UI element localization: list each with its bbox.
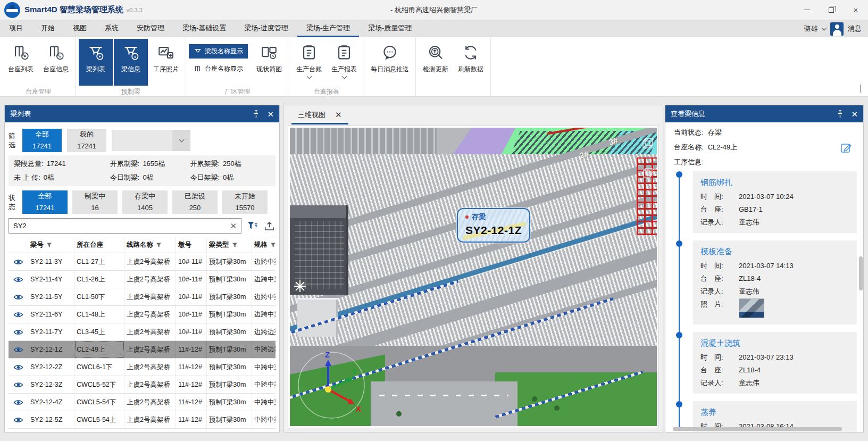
table-row-2[interactable]: SY2-11-5YCL1-50下上虞2号高架桥10#-11#预制T梁30m边跨中…: [9, 288, 276, 306]
process-photo-thumbnail[interactable]: [739, 298, 764, 318]
status-button-4[interactable]: 未开始15570: [222, 190, 268, 214]
zoom-extents-icon[interactable]: [641, 166, 655, 181]
view-beam-icon[interactable]: [9, 271, 28, 288]
menu-item-5[interactable]: 梁场-基础设置: [173, 20, 235, 37]
production-ledger-button[interactable]: 生产台账: [292, 39, 326, 86]
pedestal-name-value: CL2-49上: [708, 143, 738, 152]
pedestal-info-button[interactable]: 台座信息: [39, 39, 73, 86]
daily-push-button[interactable]: 每日消息推送: [367, 39, 413, 86]
table-row-5[interactable]: SY2-12-1ZCL2-49上上虞2号高架桥11#-12#预制T梁30m中跨边…: [9, 341, 276, 359]
menu-item-4[interactable]: 安防管理: [128, 20, 173, 37]
messages-button[interactable]: 消息: [848, 24, 862, 34]
view-beam-icon[interactable]: [9, 306, 28, 323]
view-beam-icon[interactable]: [9, 411, 28, 428]
edit-pedestal-button[interactable]: [840, 142, 854, 155]
column-filter-icon[interactable]: [232, 242, 238, 248]
close-tab-icon[interactable]: ✕: [335, 110, 342, 120]
filter-funnel-button[interactable]: [246, 220, 258, 232]
cell: 上虞2号高架桥: [124, 271, 176, 288]
menu-item-1[interactable]: 开始: [32, 20, 64, 37]
refresh-data-button[interactable]: 刷新数据: [454, 39, 488, 86]
pin-icon[interactable]: [837, 110, 844, 118]
pedestal-list-button[interactable]: 台座列表: [4, 39, 38, 86]
column-header-3[interactable]: 墩号: [176, 237, 207, 253]
beam-info-button[interactable]: 梁信息: [114, 39, 148, 86]
column-header-4[interactable]: 梁类型: [207, 237, 252, 253]
cell: 11#-12#: [176, 376, 207, 393]
table-row-1[interactable]: SY2-11-4YCL1-26上上虞2号高架桥10#-11#预制T梁30m边跨中…: [9, 271, 276, 288]
view-beam-icon[interactable]: [9, 288, 28, 305]
menu-item-7[interactable]: 梁场-生产管理: [297, 20, 359, 37]
status-button-1[interactable]: 制梁中16: [72, 190, 118, 214]
column-header-2[interactable]: 线路名称: [124, 237, 176, 253]
production-report-button[interactable]: 生产报表: [327, 39, 361, 86]
cell: 上虞2号高架桥: [124, 411, 176, 428]
process-card[interactable]: 钢筋绑扎时 间:2021-03-07 10:24台 座:GB17-1记录人:童志…: [693, 171, 857, 233]
tab-3d-view[interactable]: 三维视图 ✕: [294, 105, 346, 124]
table-row-3[interactable]: SY2-11-6YCL1-48上上虞2号高架桥10#-11#预制T梁30m边跨中…: [9, 306, 276, 323]
chevron-down-icon: [306, 74, 312, 79]
table-row-4[interactable]: SY2-11-7YCL3-45上上虞2号高架桥10#-11#预制T梁30m边跨边…: [9, 323, 276, 341]
filter-button-1[interactable]: 我的17241: [67, 129, 106, 152]
status-button-0[interactable]: 全部17241: [22, 190, 68, 214]
search-input[interactable]: [13, 222, 230, 230]
process-field: 时 间:2021-03-07 23:13: [700, 353, 850, 362]
status-button-3[interactable]: 已架设250: [172, 190, 218, 214]
pedestal-name-display-toggle[interactable]: 台座名称显示: [189, 62, 248, 76]
menu-item-8[interactable]: 梁场-质量管理: [359, 20, 421, 37]
user-avatar[interactable]: [830, 22, 844, 36]
close-panel-icon[interactable]: ✕: [851, 110, 858, 118]
status-button-2[interactable]: 存梁中1405: [122, 190, 168, 214]
scene-parking: [371, 381, 518, 426]
table-row-9[interactable]: SY2-12-5ZCWCL5-54上上虞2号高架桥11#-12#预制T梁30m中…: [9, 411, 276, 429]
filter-button-0[interactable]: 全部17241: [22, 129, 62, 152]
column-header-0[interactable]: 梁号: [28, 237, 74, 253]
minimize-button[interactable]: [795, 0, 819, 20]
cell: 边跨中梁简变连: [252, 288, 276, 305]
view-beam-icon[interactable]: [9, 359, 28, 376]
check-update-button[interactable]: 检测更新: [419, 39, 453, 86]
filter-dropdown[interactable]: [112, 130, 190, 151]
status-sketch-button[interactable]: 现状简图: [252, 39, 286, 86]
column-filter-icon[interactable]: [156, 242, 162, 248]
ribbon-collapse-button[interactable]: [860, 85, 861, 92]
user-name[interactable]: 骆雄: [804, 24, 818, 34]
menu-item-2[interactable]: 视图: [64, 20, 96, 37]
horizontal-scrollbar[interactable]: [673, 427, 842, 431]
process-field: 台 座:ZL18-4: [700, 365, 850, 375]
viewcube-icon[interactable]: [641, 137, 655, 152]
user-chevron-down-icon[interactable]: [822, 26, 827, 31]
process-photo-button[interactable]: 工序照片: [149, 39, 183, 86]
view-beam-icon[interactable]: [9, 253, 28, 270]
column-filter-icon[interactable]: [46, 242, 52, 248]
view-beam-icon[interactable]: [9, 323, 28, 340]
menu-item-6[interactable]: 梁场-进度管理: [235, 20, 297, 37]
close-panel-icon[interactable]: ✕: [267, 110, 274, 118]
scene-tree: [554, 405, 560, 411]
export-button[interactable]: [263, 220, 276, 232]
segment-name-display-toggle[interactable]: 梁段名称显示: [189, 44, 248, 59]
column-header-5[interactable]: 规格: [252, 237, 276, 253]
process-card[interactable]: 模板准备时 间:2021-03-07 14:13台 座:ZL18-4记录人:童志…: [693, 240, 857, 324]
table-row-7[interactable]: SY2-12-3ZCWCL5-52下上虞2号高架桥11#-12#预制T梁30m中…: [9, 376, 276, 394]
beam-list-button[interactable]: 梁列表: [79, 39, 113, 86]
table-row-6[interactable]: SY2-12-2ZCWCL6-1下上虞2号高架桥11#-12#预制T梁30m中跨…: [9, 359, 276, 376]
3d-viewport[interactable]: 2#3# 存梁 SY2-12-1Z: [288, 126, 659, 428]
view-beam-icon[interactable]: [9, 394, 28, 411]
restore-button[interactable]: [819, 0, 844, 20]
column-header-1[interactable]: 所在台座: [74, 237, 124, 253]
column-filter-icon[interactable]: [270, 242, 276, 248]
table-row-0[interactable]: SY2-11-3YCL1-27上上虞2号高架桥10#-11#预制T梁30m边跨中…: [9, 253, 276, 271]
close-button[interactable]: ×: [844, 0, 868, 20]
beam-callout[interactable]: 存梁 SY2-12-1Z: [457, 208, 530, 243]
pin-icon[interactable]: [253, 110, 260, 118]
view-beam-icon[interactable]: [9, 376, 28, 393]
vertical-scrollbar[interactable]: [859, 256, 863, 290]
menu-item-3[interactable]: 系统: [96, 20, 128, 37]
ribbon-group-push: 每日消息推送: [364, 37, 416, 96]
process-card[interactable]: 混凝土浇筑时 间:2021-03-07 23:13台 座:ZL18-4记录人:童…: [693, 332, 857, 394]
menu-item-0[interactable]: 项目: [0, 20, 32, 37]
clear-search-icon[interactable]: ✕: [230, 221, 237, 231]
view-beam-icon[interactable]: [9, 341, 28, 358]
table-row-8[interactable]: SY2-12-4ZCWCL5-54下上虞2号高架桥11#-12#预制T梁30m中…: [9, 394, 276, 411]
